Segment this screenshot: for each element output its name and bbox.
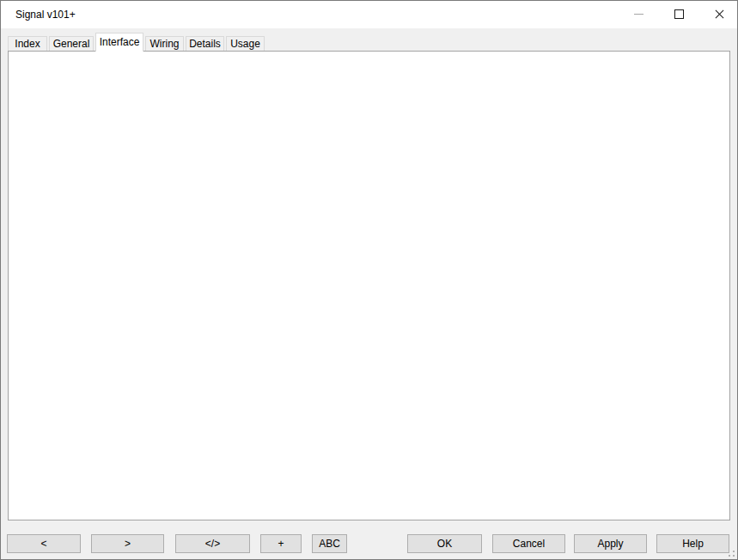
tab-general[interactable]: General	[49, 36, 94, 51]
tab-details[interactable]: Details	[186, 36, 224, 51]
tab-interface[interactable]: Interface	[95, 33, 143, 52]
apply-button[interactable]: Apply	[574, 534, 647, 553]
tab-index[interactable]: Index	[8, 36, 47, 51]
titlebar: Signal v101+	[1, 1, 737, 28]
interface-tab-panel	[8, 51, 730, 520]
next-button[interactable]: >	[91, 534, 164, 553]
ok-button[interactable]: OK	[407, 534, 482, 553]
code-button[interactable]: </>	[175, 534, 250, 553]
abc-button[interactable]: ABC	[312, 534, 347, 553]
maximize-button[interactable]	[660, 1, 698, 27]
tab-wiring[interactable]: Wiring	[145, 36, 184, 51]
maximize-icon	[674, 9, 684, 19]
tab-usage[interactable]: Usage	[226, 36, 265, 51]
close-icon	[714, 9, 725, 20]
resize-grip[interactable]	[724, 546, 735, 557]
window-title: Signal v101+	[15, 1, 76, 28]
help-button[interactable]: Help	[656, 534, 729, 553]
minimize-icon	[634, 14, 643, 15]
signal-dialog: Signal v101+ Index General Interface Wir…	[0, 0, 738, 560]
add-button[interactable]: +	[260, 534, 302, 553]
prev-button[interactable]: <	[7, 534, 81, 553]
cancel-button[interactable]: Cancel	[492, 534, 565, 553]
minimize-button[interactable]	[619, 1, 658, 27]
close-button[interactable]	[700, 1, 738, 27]
